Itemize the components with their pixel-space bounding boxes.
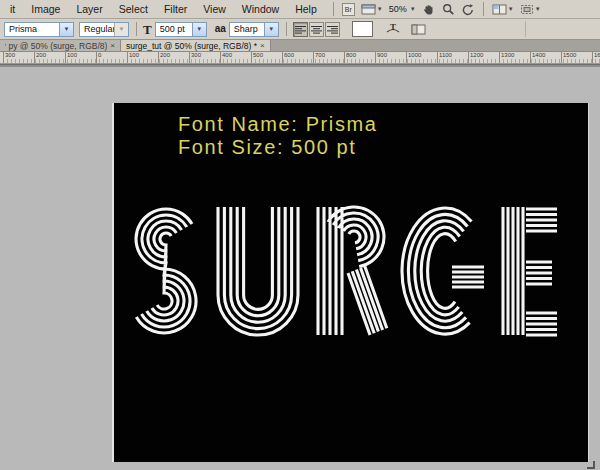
ruler-label: 1100 [439, 52, 452, 59]
separator [525, 21, 526, 37]
screen-mode-button[interactable]: ▼ [520, 4, 541, 15]
font-style-select[interactable]: Regular ▼ [79, 22, 129, 37]
ruler-label: 200 [36, 52, 46, 59]
ruler-label: 300 [191, 52, 201, 59]
font-style-value: Regular [80, 23, 114, 36]
letter-E [500, 205, 558, 337]
font-family-value: Prisma [5, 23, 59, 36]
ruler-label: 1500 [563, 52, 576, 59]
ruler-label: 1000 [408, 52, 421, 59]
letter-G [400, 205, 490, 337]
chevron-down-icon[interactable]: ▼ [264, 23, 278, 36]
view-extras-icon [361, 4, 376, 15]
view-extras-button[interactable]: ▼ [361, 4, 383, 15]
menu-item-image[interactable]: Image [23, 3, 68, 15]
photoshop-window: { "menu_bar": { "items": ["it", "Image",… [0, 0, 600, 470]
menu-bar-tools: Br ▼ 50% ▼ ▼ ▼ [331, 2, 541, 16]
ruler-label: 300 [5, 52, 15, 59]
menu-item-filter[interactable]: Filter [156, 3, 195, 15]
ruler-label: 800 [346, 52, 356, 59]
separator [136, 22, 137, 36]
close-icon[interactable]: × [260, 41, 265, 50]
font-size-select[interactable]: 500 pt ▼ [155, 22, 207, 37]
ruler-label: 1400 [532, 52, 545, 59]
ruler-label: 1600 [594, 52, 600, 59]
chevron-down-icon: ▼ [410, 6, 416, 12]
toggle-panels-icon[interactable] [411, 23, 426, 35]
ruler[interactable]: 3002001000100200300400500600700800900100… [0, 52, 600, 64]
zoom-tool-icon[interactable] [442, 3, 455, 16]
zoom-level-control[interactable]: 50% ▼ [389, 4, 416, 14]
ruler-label: 100 [129, 52, 139, 59]
font-size-icon: T [143, 23, 152, 36]
chevron-down-icon: ▼ [114, 23, 128, 36]
ruler-label: 0 [98, 52, 101, 59]
canvas-info-text: Font Name: Prisma Font Size: 500 pt [178, 113, 377, 159]
menu-item-it[interactable]: it [2, 3, 23, 15]
ruler-label: 1200 [470, 52, 483, 59]
ruler-label: 600 [284, 52, 294, 59]
chevron-down-icon: ▼ [508, 6, 514, 12]
align-left-icon [295, 25, 306, 34]
chevron-down-icon[interactable]: ▼ [192, 23, 206, 36]
menu-item-help[interactable]: Help [287, 3, 325, 15]
ruler-label: 900 [377, 52, 387, 59]
font-name-line: Font Name: Prisma [178, 113, 377, 136]
ruler-label: 100 [67, 52, 77, 59]
menu-item-window[interactable]: Window [234, 3, 287, 15]
text-align-buttons [293, 22, 340, 37]
screen-mode-icon [520, 4, 534, 15]
close-icon[interactable]: × [110, 41, 115, 50]
ruler-label: 500 [253, 52, 263, 59]
menu-item-view[interactable]: View [195, 3, 234, 15]
ruler-label: 400 [222, 52, 232, 59]
warp-text-icon[interactable]: T [385, 22, 401, 36]
chevron-down-icon[interactable]: ▼ [59, 23, 73, 36]
menu-item-layer[interactable]: Layer [68, 3, 110, 15]
menu-item-select[interactable]: Select [111, 3, 156, 15]
resize-corner[interactable] [587, 461, 595, 469]
chevron-down-icon: ▼ [535, 6, 541, 12]
letter-U [212, 205, 304, 337]
ruler-label: 700 [315, 52, 325, 59]
letter-R [314, 205, 390, 337]
ruler-label: 1300 [501, 52, 514, 59]
menu-bar: itImageLayerSelectFilterViewWindowHelp B… [0, 0, 600, 19]
zoom-level-value: 50% [389, 4, 407, 14]
text-color-swatch[interactable] [352, 21, 373, 37]
font-family-select[interactable]: Prisma ▼ [4, 22, 74, 37]
font-size-line: Font Size: 500 pt [178, 136, 377, 159]
surge-artwork [130, 205, 558, 337]
align-right-button[interactable] [325, 22, 340, 37]
align-right-icon [327, 25, 338, 34]
tab-label: surge_tut @ 50% (surge, RGB/8) * [126, 41, 257, 51]
arrange-documents-icon [492, 4, 507, 15]
rotate-view-tool-icon[interactable] [461, 3, 475, 16]
tab-surge-tut[interactable]: surge_tut @ 50% (surge, RGB/8) * × [121, 40, 271, 51]
align-left-button[interactable] [293, 22, 308, 37]
ruler-label: 200 [160, 52, 170, 59]
hand-tool-icon[interactable] [422, 3, 436, 16]
anti-alias-icon: aa [215, 24, 226, 34]
svg-text:T: T [390, 22, 396, 32]
anti-alias-value: Sharp [230, 23, 264, 36]
separator [286, 22, 287, 36]
workspace: Font Name: Prisma Font Size: 500 pt [0, 67, 600, 470]
font-size-value: 500 pt [156, 23, 192, 36]
document-canvas[interactable]: Font Name: Prisma Font Size: 500 pt [112, 103, 589, 462]
bridge-icon[interactable]: Br [342, 3, 355, 16]
menu-items: itImageLayerSelectFilterViewWindowHelp [2, 3, 325, 15]
tab-surge-copy[interactable]: py @ 50% (surge, RGB/8) * × [0, 40, 121, 51]
tab-label: py @ 50% (surge, RGB/8) * [5, 41, 107, 51]
letter-S [130, 205, 202, 337]
anti-alias-select[interactable]: Sharp ▼ [229, 22, 279, 37]
arrange-documents-button[interactable]: ▼ [492, 4, 514, 15]
document-tab-bar: py @ 50% (surge, RGB/8) * × surge_tut @ … [0, 40, 600, 52]
align-center-button[interactable] [309, 22, 324, 37]
options-bar: Prisma ▼ Regular ▼ T 500 pt ▼ aa Sharp ▼… [0, 19, 600, 40]
separator [333, 2, 334, 16]
align-center-icon [311, 25, 322, 34]
chevron-down-icon: ▼ [377, 6, 383, 12]
separator [483, 2, 484, 16]
